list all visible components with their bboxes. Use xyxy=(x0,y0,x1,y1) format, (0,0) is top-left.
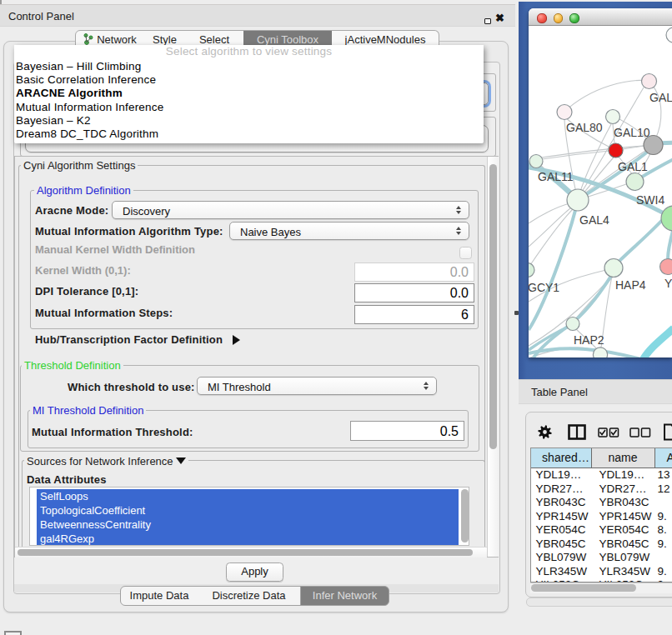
svg-text:GAL1: GAL1 xyxy=(618,160,648,173)
svg-text:GAL11: GAL11 xyxy=(538,170,574,183)
svg-text:GCY1: GCY1 xyxy=(529,281,559,294)
svg-text:GAL80: GAL80 xyxy=(566,121,603,134)
svg-text:GAL10: GAL10 xyxy=(614,126,650,139)
svg-text:YJ: YJ xyxy=(664,277,672,290)
svg-text:SWI4: SWI4 xyxy=(636,193,664,207)
svg-text:GAL7: GAL7 xyxy=(649,91,672,104)
svg-text:GAL4: GAL4 xyxy=(579,213,609,227)
svg-text:HAP4: HAP4 xyxy=(615,278,646,292)
svg-text:HAP2: HAP2 xyxy=(574,333,604,347)
